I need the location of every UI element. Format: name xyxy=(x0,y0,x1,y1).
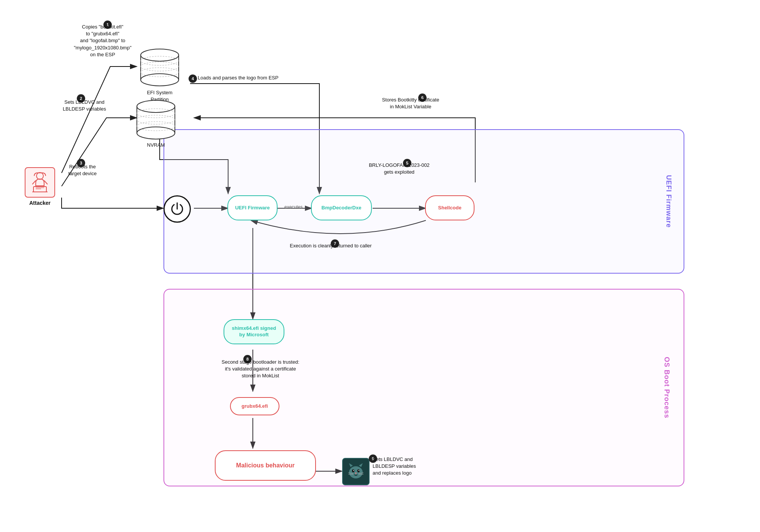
svg-point-10 xyxy=(141,74,179,86)
malicious-behaviour-node: Malicious behaviour xyxy=(215,450,316,481)
uefi-firmware-label: UEFI Firmware xyxy=(235,205,270,211)
step-6-annotation: Stores Bootkitty certificate in MokList … xyxy=(357,97,464,110)
shimx64-label: shimx64.efi signed by Microsoft xyxy=(232,325,276,338)
step-9-annotation: Sets LBLDVC and LBLDESP variables and re… xyxy=(373,456,449,477)
uefi-firmware-node: UEFI Firmware xyxy=(227,195,278,220)
diagram-container: UEFI Firmware OS Boot Process xyxy=(0,0,760,532)
nvram-label: NVRAM xyxy=(133,142,179,149)
step-1-annotation: Copies "bootkit.efi" to "grubx64.efi" an… xyxy=(65,24,141,58)
shellcode-label: Shellcode xyxy=(438,205,461,211)
efi-partition-node: EFI SystemPartition xyxy=(137,46,182,87)
step-3-annotation: Reboots the target device xyxy=(58,163,107,177)
grubx64-label: grubx64.efi xyxy=(241,403,268,410)
grubx64-node: grubx64.efi xyxy=(230,397,279,415)
power-button-node xyxy=(163,195,191,223)
svg-point-28 xyxy=(355,473,357,474)
step-7-annotation: Execution is cleanly returned to caller xyxy=(270,242,392,249)
shimx64-node: shimx64.efi signed by Microsoft xyxy=(224,319,284,344)
step-8-annotation: Second stage bootloader is trusted: it's… xyxy=(194,359,327,380)
attacker-label: Attacker xyxy=(19,200,61,206)
step-4-circle: 4 xyxy=(189,74,197,83)
bmp-decoder-node: BmpDecoderDxe xyxy=(311,195,372,220)
uefi-region-label: UEFI Firmware xyxy=(665,175,673,228)
svg-point-16 xyxy=(137,127,175,139)
svg-point-15 xyxy=(137,100,175,112)
svg-rect-4 xyxy=(33,187,46,192)
attacker-node: Attacker xyxy=(19,167,61,206)
executes-label: executes xyxy=(284,204,303,210)
kitty-icon-node xyxy=(342,458,370,485)
bmp-decoder-label: BmpDecoderDxe xyxy=(322,205,362,211)
svg-point-25 xyxy=(357,469,360,472)
svg-point-27 xyxy=(359,470,359,471)
nvram-node: NVRAM xyxy=(133,97,179,142)
step-5-annotation: BRLY-LOGOFAIL-2023-002 gets exploited xyxy=(354,162,445,176)
svg-point-24 xyxy=(352,469,354,472)
step-4-annotation: Loads and parses the logo from ESP xyxy=(198,74,304,81)
svg-line-3 xyxy=(44,180,48,184)
attacker-icon xyxy=(25,167,55,198)
svg-line-2 xyxy=(32,180,36,184)
step-2-annotation: Sets LBLDVC and LBLDESP variables xyxy=(54,99,115,112)
os-region-label: OS Boot Process xyxy=(662,357,670,418)
svg-point-26 xyxy=(353,470,354,471)
malicious-behaviour-label: Malicious behaviour xyxy=(236,462,295,470)
shellcode-node: Shellcode xyxy=(425,195,474,220)
svg-point-1 xyxy=(36,173,43,179)
svg-point-21 xyxy=(349,466,363,478)
svg-point-9 xyxy=(141,49,179,61)
